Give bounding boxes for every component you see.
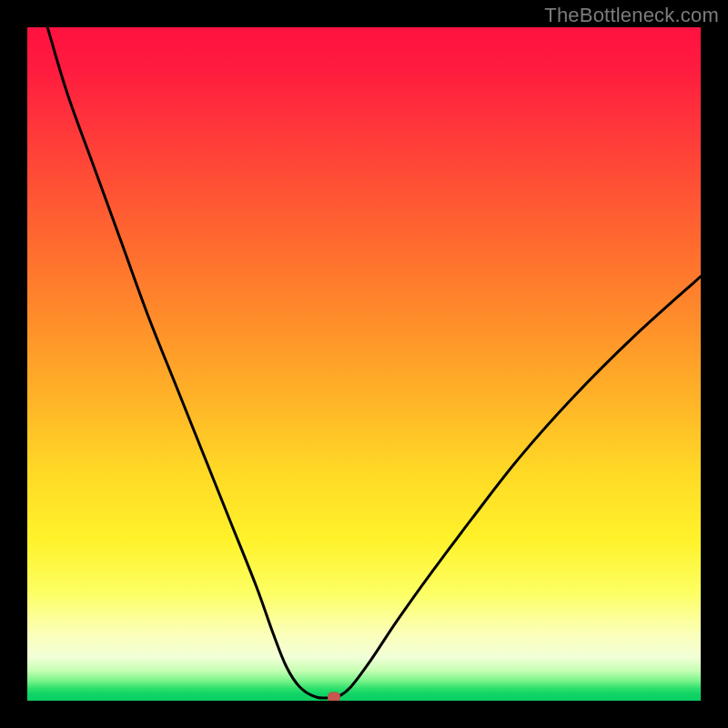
- optimum-marker: [328, 693, 340, 701]
- watermark-text: TheBottleneck.com: [544, 4, 719, 27]
- chart-frame: TheBottleneck.com: [0, 0, 728, 728]
- curve-path: [47, 27, 701, 698]
- bottleneck-curve: [27, 27, 701, 701]
- plot-area: [27, 27, 701, 701]
